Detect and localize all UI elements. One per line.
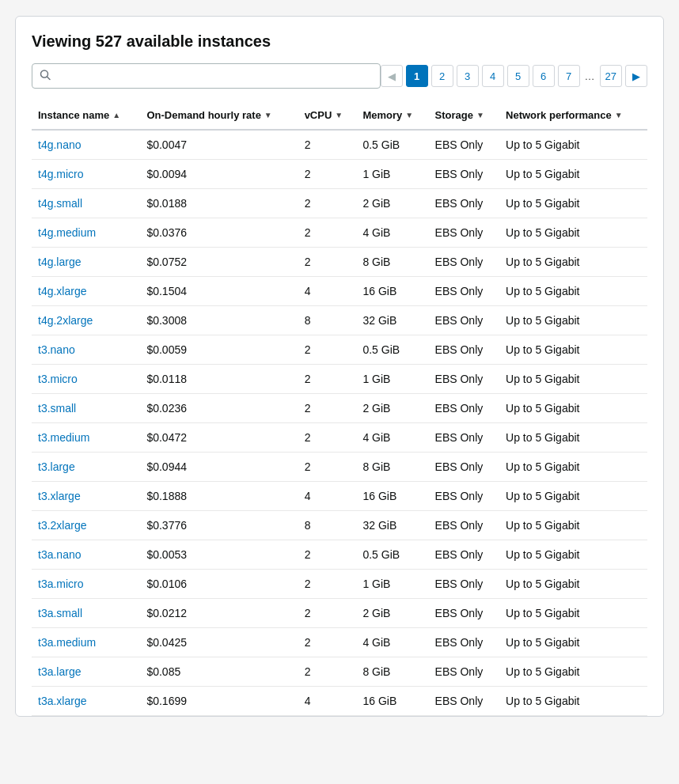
cell-name: t3.xlarge [32,482,140,511]
cell-memory: 2 GiB [356,394,428,423]
cell-storage: EBS Only [429,248,499,277]
cell-storage: EBS Only [429,306,499,335]
cell-vcpu: 2 [298,423,357,453]
cell-network: Up to 5 Gigabit [499,365,647,394]
search-input[interactable] [32,63,381,89]
prev-page-button[interactable]: ◀ [381,65,403,87]
table-row: t3.small $0.0236 2 2 GiB EBS Only Up to … [32,394,647,423]
cell-storage: EBS Only [429,160,499,189]
cell-memory: 32 GiB [356,306,428,335]
cell-memory: 2 GiB [356,189,428,218]
cell-memory: 32 GiB [356,511,428,540]
cell-memory: 1 GiB [356,160,428,189]
cell-vcpu: 2 [298,628,357,657]
table-row: t3a.xlarge $0.1699 4 16 GiB EBS Only Up … [32,687,647,716]
page-4-button[interactable]: 4 [482,65,504,87]
table-row: t3.xlarge $0.1888 4 16 GiB EBS Only Up t… [32,482,647,511]
cell-memory: 4 GiB [356,628,428,657]
table-row: t4g.2xlarge $0.3008 8 32 GiB EBS Only Up… [32,306,647,335]
cell-name: t3.nano [32,335,140,365]
cell-rate: $0.0059 [140,335,298,365]
cell-vcpu: 8 [298,306,357,335]
cell-name: t4g.small [32,189,140,218]
sort-none-icon-memory: ▼ [405,111,413,119]
table-row: t4g.small $0.0188 2 2 GiB EBS Only Up to… [32,189,647,218]
cell-rate: $0.0472 [140,423,298,453]
cell-rate: $0.1504 [140,277,298,306]
cell-storage: EBS Only [429,628,499,657]
cell-name: t3a.micro [32,570,140,599]
cell-vcpu: 4 [298,482,357,511]
cell-vcpu: 2 [298,365,357,394]
cell-rate: $0.3008 [140,306,298,335]
cell-name: t3a.medium [32,628,140,657]
cell-storage: EBS Only [429,189,499,218]
table-row: t3.nano $0.0059 2 0.5 GiB EBS Only Up to… [32,335,647,365]
cell-rate: $0.1699 [140,687,298,716]
col-header-memory[interactable]: Memory ▼ [356,101,428,130]
page-6-button[interactable]: 6 [533,65,555,87]
cell-network: Up to 5 Gigabit [499,511,647,540]
cell-rate: $0.0425 [140,628,298,657]
page-7-button[interactable]: 7 [558,65,580,87]
cell-network: Up to 5 Gigabit [499,453,647,482]
cell-name: t3.medium [32,423,140,453]
svg-line-1 [47,77,51,80]
col-header-network[interactable]: Network performance ▼ [499,101,647,130]
table-row: t3a.micro $0.0106 2 1 GiB EBS Only Up to… [32,570,647,599]
cell-rate: $0.085 [140,657,298,687]
next-page-button[interactable]: ▶ [625,65,647,87]
cell-name: t3.small [32,394,140,423]
cell-name: t3.micro [32,365,140,394]
cell-memory: 8 GiB [356,248,428,277]
cell-network: Up to 5 Gigabit [499,482,647,511]
cell-vcpu: 2 [298,248,357,277]
cell-rate: $0.0212 [140,599,298,628]
cell-network: Up to 5 Gigabit [499,687,647,716]
col-header-vcpu[interactable]: vCPU ▼ [298,101,357,130]
cell-network: Up to 5 Gigabit [499,599,647,628]
table-row: t4g.nano $0.0047 2 0.5 GiB EBS Only Up t… [32,130,647,160]
cell-vcpu: 2 [298,189,357,218]
cell-storage: EBS Only [429,423,499,453]
cell-storage: EBS Only [429,570,499,599]
table-row: t3a.small $0.0212 2 2 GiB EBS Only Up to… [32,599,647,628]
cell-network: Up to 5 Gigabit [499,306,647,335]
table-row: t3.micro $0.0118 2 1 GiB EBS Only Up to … [32,365,647,394]
table-row: t4g.medium $0.0376 2 4 GiB EBS Only Up t… [32,218,647,248]
page-2-button[interactable]: 2 [431,65,453,87]
page-title: Viewing 527 available instances [32,32,647,51]
pagination: ◀ 1 2 3 4 5 6 7 … 27 ▶ [381,65,647,87]
cell-vcpu: 2 [298,160,357,189]
page-dots: … [583,70,597,82]
table-body: t4g.nano $0.0047 2 0.5 GiB EBS Only Up t… [32,130,647,716]
cell-rate: $0.0047 [140,130,298,160]
cell-name: t3a.large [32,657,140,687]
cell-storage: EBS Only [429,218,499,248]
cell-storage: EBS Only [429,482,499,511]
cell-rate: $0.0376 [140,218,298,248]
cell-memory: 16 GiB [356,277,428,306]
cell-memory: 1 GiB [356,570,428,599]
table-row: t3a.nano $0.0053 2 0.5 GiB EBS Only Up t… [32,540,647,570]
col-header-storage[interactable]: Storage ▼ [429,101,499,130]
col-header-name[interactable]: Instance name ▲ [32,101,140,130]
cell-network: Up to 5 Gigabit [499,628,647,657]
cell-network: Up to 5 Gigabit [499,130,647,160]
table-row: t3.large $0.0944 2 8 GiB EBS Only Up to … [32,453,647,482]
cell-network: Up to 5 Gigabit [499,335,647,365]
cell-memory: 0.5 GiB [356,130,428,160]
page-1-button[interactable]: 1 [406,65,428,87]
table-row: t3a.medium $0.0425 2 4 GiB EBS Only Up t… [32,628,647,657]
cell-memory: 8 GiB [356,453,428,482]
cell-rate: $0.0053 [140,540,298,570]
cell-storage: EBS Only [429,277,499,306]
search-icon [40,70,51,83]
page-3-button[interactable]: 3 [457,65,479,87]
col-header-rate[interactable]: On-Demand hourly rate ▼ [140,101,298,130]
cell-storage: EBS Only [429,657,499,687]
sort-none-icon-network: ▼ [615,111,623,119]
page-last-button[interactable]: 27 [600,65,622,87]
cell-storage: EBS Only [429,540,499,570]
page-5-button[interactable]: 5 [507,65,529,87]
